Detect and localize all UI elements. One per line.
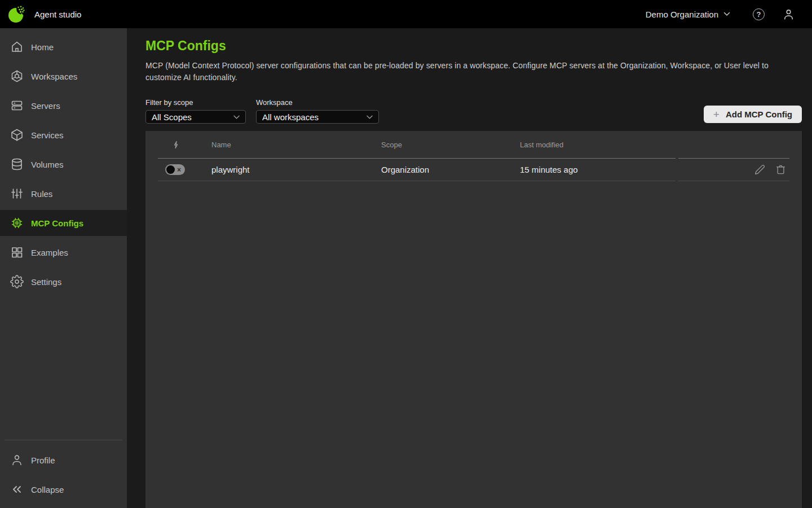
sidebar-footer: Profile Collapse [0, 440, 127, 508]
scope-column-header: Scope [381, 131, 520, 159]
last-modified-column-header: Last modified [520, 131, 676, 159]
user-account-icon[interactable] [782, 8, 795, 21]
sidebar-item-label: Examples [31, 248, 68, 257]
sidebar-item-profile[interactable]: Profile [0, 447, 127, 473]
sidebar-item-rules[interactable]: Rules [0, 181, 127, 207]
sidebar-item-settings[interactable]: Settings [0, 269, 127, 295]
sidebar-item-label: Servers [31, 101, 60, 111]
services-icon [10, 128, 24, 142]
sidebar-item-label: Profile [31, 456, 55, 465]
gear-icon [10, 275, 24, 288]
collapse-icon [10, 483, 24, 496]
app-logo-icon [8, 5, 26, 24]
chevron-down-icon [233, 115, 240, 119]
sidebar-item-label: Services [31, 130, 64, 140]
last-modified-cell: 15 minutes ago [520, 159, 676, 181]
filters-row: Filter by scope All Scopes Workspace All… [145, 98, 802, 124]
sidebar-item-examples[interactable]: Examples [0, 239, 127, 265]
delete-icon[interactable] [775, 164, 786, 175]
app-title: Agent studio [34, 10, 81, 19]
page-description: MCP (Model Context Protocol) server conf… [145, 60, 794, 84]
scope-filter-value: All Scopes [152, 112, 192, 122]
sidebar-item-servers[interactable]: Servers [0, 93, 127, 119]
help-glyph: ? [757, 10, 761, 19]
chevron-down-icon [367, 115, 373, 119]
home-icon [10, 40, 24, 54]
chevron-down-icon [723, 12, 730, 16]
scope-cell: Organization [381, 159, 520, 181]
chip-icon [10, 216, 24, 230]
mcp-configs-table: Name Scope Last modified × playwright Or… [145, 131, 802, 508]
sidebar-divider [5, 440, 122, 440]
sidebar-item-collapse[interactable]: Collapse [0, 476, 127, 502]
grid-icon [10, 246, 24, 259]
sidebar: Home Workspaces Servers [0, 28, 127, 508]
toggle-off-icon: × [177, 167, 181, 173]
add-mcp-config-button[interactable]: + Add MCP Config [704, 106, 802, 123]
sidebar-item-workspaces[interactable]: Workspaces [0, 63, 127, 89]
volumes-icon [10, 157, 24, 171]
sidebar-item-label: Volumes [31, 160, 64, 169]
page-title: MCP Configs [145, 38, 802, 54]
sidebar-item-label: Collapse [31, 485, 64, 494]
sidebar-item-home[interactable]: Home [0, 34, 127, 60]
scope-filter-select[interactable]: All Scopes [145, 110, 246, 124]
workspaces-icon [10, 69, 24, 83]
sidebar-item-label: MCP Configs [31, 218, 83, 228]
sidebar-item-label: Settings [31, 277, 61, 287]
sidebar-item-label: Workspaces [31, 72, 77, 81]
topbar: Agent studio Demo Organization ? [0, 0, 812, 28]
plus-icon: + [713, 109, 720, 120]
sidebar-item-label: Home [31, 42, 54, 52]
servers-icon [10, 99, 24, 112]
add-mcp-config-label: Add MCP Config [726, 110, 792, 119]
lightning-icon [173, 141, 180, 149]
profile-icon [10, 453, 24, 467]
workspace-filter-select[interactable]: All workspaces [256, 110, 379, 124]
name-cell: playwright [211, 159, 381, 181]
actions-cell [678, 159, 789, 181]
workspace-filter-value: All workspaces [262, 112, 319, 122]
rules-icon [10, 187, 24, 200]
enabled-cell: × [158, 159, 211, 181]
actions-column-header [678, 131, 789, 159]
org-selector[interactable]: Demo Organization [646, 10, 730, 19]
toggle-knob [166, 165, 175, 174]
sidebar-item-services[interactable]: Services [0, 122, 127, 148]
workspace-filter-label: Workspace [256, 98, 379, 107]
scope-filter-group: Filter by scope All Scopes [145, 98, 246, 124]
enabled-column-header [158, 131, 211, 159]
sidebar-item-label: Rules [31, 189, 52, 199]
org-selector-label: Demo Organization [646, 10, 718, 19]
enabled-toggle[interactable]: × [165, 164, 185, 175]
sidebar-item-mcp-configs[interactable]: MCP Configs [0, 210, 127, 236]
table-row: × playwright Organization 15 minutes ago [158, 159, 789, 181]
table-header-row: Name Scope Last modified [158, 131, 789, 159]
name-column-header: Name [211, 131, 381, 159]
main-content: MCP Configs MCP (Model Context Protocol)… [127, 28, 812, 508]
edit-icon[interactable] [754, 164, 765, 175]
scope-filter-label: Filter by scope [145, 98, 246, 107]
help-icon[interactable]: ? [753, 8, 765, 20]
sidebar-item-volumes[interactable]: Volumes [0, 151, 127, 177]
workspace-filter-group: Workspace All workspaces [256, 98, 379, 124]
